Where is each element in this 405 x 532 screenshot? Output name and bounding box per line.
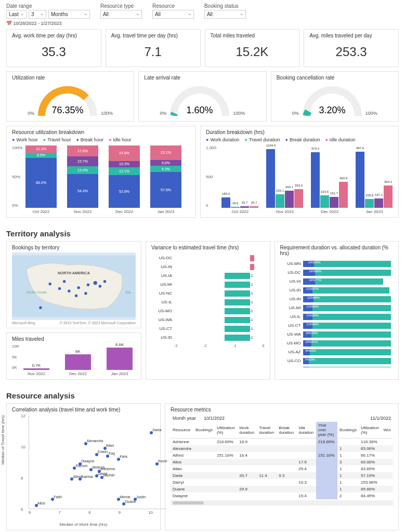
hbar-label: US-MO <box>153 309 174 313</box>
chart-correlation[interactable]: Correlation analysis (travel time and wo… <box>6 403 161 530</box>
chart-req-vs-alloc[interactable]: Requirement duration vs. allocated durat… <box>275 241 399 380</box>
legend-item: Idle hour <box>109 137 131 142</box>
hbar-label: US-CT <box>153 326 174 331</box>
gauge-title: Booking cancellation rate <box>277 75 393 81</box>
hbar-label: US-IL <box>153 300 174 304</box>
date-range-qty-select[interactable]: 3 <box>29 10 46 19</box>
grouped-bar: 394.2 <box>384 185 393 208</box>
kpi-title: Avg. travel time per day (hrs) <box>111 33 195 38</box>
bar-segment: 9.8% <box>150 160 181 166</box>
hbar-row: US-MO -1 <box>153 307 263 315</box>
booking-status-select[interactable]: All <box>204 10 246 19</box>
hbar-row: US-DC 14% 86% <box>282 268 391 277</box>
map-icon[interactable]: NORTH AMERICA Pacific Ocean Atla <box>12 252 136 320</box>
bar-segment: 15.7% <box>67 156 98 166</box>
gauge-arc-icon: 76.35% <box>36 85 99 116</box>
chart-legend: Work hour Travel hour Break hour Idle ho… <box>12 137 190 142</box>
col-header[interactable]: Utilization (%) <box>215 422 237 438</box>
chart-variance[interactable]: Variance to estimated travel time (hrs) … <box>146 241 270 380</box>
legend-item: Work hour <box>12 137 38 142</box>
grouped-bar: 25.7 <box>250 206 258 208</box>
resource-select[interactable]: All <box>152 10 194 19</box>
hbar-row: US-CO 7% 93% <box>282 356 391 365</box>
table-row[interactable]: Duane29.9185.66% <box>171 486 393 493</box>
gauge-value: 76.35% <box>52 105 84 115</box>
col-header[interactable]: Bookings <box>337 422 359 438</box>
map-bookings[interactable]: Bookings by territory NORTH AMERICA Paci… <box>6 241 141 328</box>
table-row[interactable]: Alfred151.16%16.4151.16%166.17% <box>171 452 393 459</box>
kpi-avg-travel[interactable]: Avg. travel time per day (hrs) 7.1 <box>106 29 201 67</box>
filter-resource: Resource All <box>152 3 194 19</box>
gauge-late-arrival[interactable]: Late arrival rate 0% 1.60% 100% <box>138 71 266 122</box>
col-header[interactable]: Wor <box>381 422 393 438</box>
date-range-mode-select[interactable]: Last <box>6 10 27 19</box>
svg-point-9 <box>99 285 101 287</box>
svg-text:Atla: Atla <box>125 290 131 294</box>
gauge-value: 1.60% <box>187 105 213 115</box>
col-header[interactable]: Utilization (%) <box>359 422 381 438</box>
scatter-label: Alexandra <box>87 439 103 443</box>
table-resource-metrics[interactable]: Resource metrics Month year 10/1/2022 11… <box>165 403 399 530</box>
legend-item: Work duration <box>206 137 239 142</box>
x-label: Nov 2022 <box>67 209 98 214</box>
svg-point-15 <box>75 295 77 297</box>
table-row[interactable]: Adrienne218.69%18.9218.69%116.38% <box>171 438 393 446</box>
kpi-avg-miles[interactable]: Avg. miles traveled per day 253.3 <box>304 29 399 67</box>
svg-point-5 <box>68 289 70 292</box>
scatter-label: Kara <box>120 455 127 458</box>
hbar-label: US-ID <box>282 288 303 292</box>
bar-column: 80.2%8.5%11.3% <box>25 145 57 208</box>
svg-point-11 <box>84 292 87 295</box>
miles-bar: 0.7K <box>23 368 49 370</box>
date-range-unit-select[interactable]: Months <box>48 10 90 19</box>
gauge-max: 100% <box>101 111 113 116</box>
gauge-cancellation[interactable]: Booking cancellation rate 0% 3.20% 100% <box>271 71 399 122</box>
hbar-label: US-DC <box>153 256 174 260</box>
bar-segment: 57.8% <box>150 172 181 208</box>
col-header[interactable]: Bookings <box>193 422 215 438</box>
horizontal-scrollbar[interactable] <box>171 500 393 506</box>
hbar-label: US-MO <box>282 341 303 345</box>
chart-title: Correlation analysis (travel time and wo… <box>12 407 155 413</box>
col-header[interactable]: Idle duration <box>296 422 316 438</box>
col-header[interactable]: Work duration <box>237 422 257 438</box>
metrics-table: ResourceBookingsUtilization (%)Work dura… <box>171 422 393 499</box>
hbar-row: US-ID -1 <box>153 333 263 342</box>
table-row[interactable]: Darryl10.31153.96% <box>171 479 393 486</box>
hbar-row: US-WA 10% 90% <box>282 330 391 339</box>
filter-resource-type: Resource type All <box>100 3 142 19</box>
chart-miles-traveled[interactable]: Miles traveled 10K5K0K 0.7K6K8.6K Nov 20… <box>6 332 141 380</box>
filter-label: Resource type <box>100 3 142 9</box>
hbar-row: US-DC 0 <box>153 254 263 262</box>
table-row[interactable]: Darla20.711.49.3157.19% <box>171 472 393 479</box>
resource-type-select[interactable]: All <box>100 10 142 19</box>
chart-duration-breakdown[interactable]: Duration breakdown (hrs) Work duration T… <box>200 126 399 218</box>
hbar-label: US-WA <box>153 317 174 322</box>
hbar-row: US-DE 7% 93% <box>282 365 391 367</box>
svg-point-12 <box>39 306 42 309</box>
col-header[interactable]: Travel duration <box>257 422 277 438</box>
chart-title: Variance to estimated travel time (hrs) <box>151 245 265 250</box>
col-header[interactable]: Year over year (%) <box>316 422 337 438</box>
scatter-plot: 121086AliceFaithAlfredKatrinaRamonDwayne… <box>29 416 166 509</box>
table-row[interactable]: Allan25.4183.65% <box>171 466 393 472</box>
table-row[interactable]: Dwayne19.4284.45% <box>171 493 393 499</box>
gauge-utilization[interactable]: Utilization rate 0% 76.35% 100% <box>6 71 134 122</box>
col-header[interactable]: Resource <box>171 422 193 438</box>
filter-bar: Date range Last 3 Months Resource type A… <box>0 0 405 21</box>
col-header[interactable]: Break duration <box>277 422 296 438</box>
month-year-label: Month year <box>171 415 202 422</box>
chart-util-breakdown[interactable]: Resource utilization breakdown Work hour… <box>6 126 196 218</box>
table-row[interactable]: Alice17.9369.00% <box>171 459 393 466</box>
scatter-label: Allan <box>106 444 114 447</box>
table-row[interactable]: Alexandra165.06% <box>171 445 393 452</box>
kpi-avg-work[interactable]: Avg. work time per day (hrs) 35.3 <box>6 29 101 67</box>
grouped-bar: 979.2 <box>311 152 320 208</box>
svg-point-10 <box>103 280 106 283</box>
x-label: Oct 2022 <box>221 209 259 214</box>
kpi-total-miles[interactable]: Total miles traveled 15.2K <box>205 29 300 67</box>
grouped-bar: 18.6 <box>231 207 240 208</box>
hbar-value: -1 <box>250 274 263 277</box>
legend-item: Break duration <box>285 137 320 142</box>
legend-item: Idle duration <box>325 137 355 142</box>
